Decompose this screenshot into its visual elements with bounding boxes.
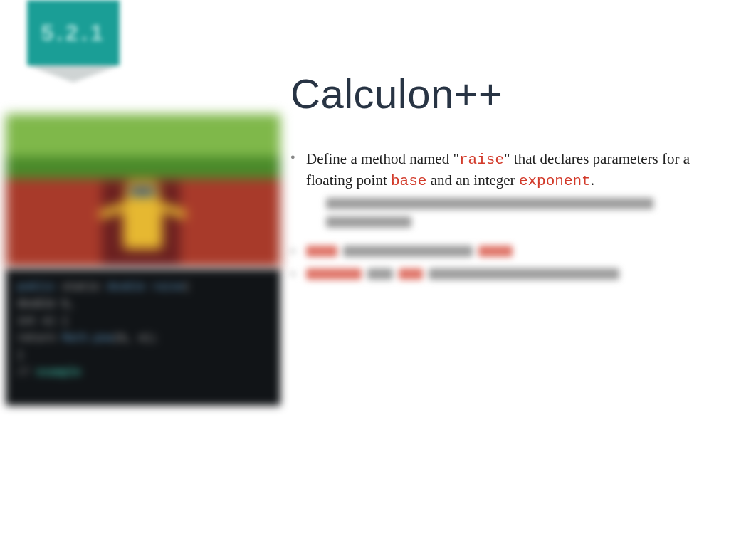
code-token: ( xyxy=(184,281,190,293)
version-badge: 5.2.1 xyxy=(27,0,120,85)
code-terminal-panel: public static double raise( double b, in… xyxy=(6,269,280,406)
instruction-item-1: Define a method named "raise" that decla… xyxy=(306,149,728,231)
code-inline-exponent: exponent xyxy=(519,173,591,189)
code-token: (b, e); xyxy=(113,332,158,344)
code-token: static xyxy=(56,281,107,293)
code-token: Math.pow xyxy=(62,332,113,344)
text-segment: and an integer xyxy=(426,172,518,189)
badge-ribbon-tail xyxy=(27,65,120,90)
main-content: Calculon++ Define a method named "raise"… xyxy=(290,70,728,289)
hidden-sub-instruction xyxy=(326,198,728,231)
instruction-list: Define a method named "raise" that decla… xyxy=(290,149,728,231)
page-title: Calculon++ xyxy=(290,70,728,117)
code-token: public xyxy=(17,281,56,293)
illustration-panel xyxy=(6,114,280,268)
code-token: example xyxy=(36,367,81,379)
code-token: double raise xyxy=(107,281,184,293)
hidden-instruction-item xyxy=(306,266,728,282)
code-inline-raise: raise xyxy=(459,152,504,168)
code-inline-base: base xyxy=(391,173,426,189)
code-token: return xyxy=(17,332,62,344)
badge-version-label: 5.2.1 xyxy=(27,0,120,65)
code-line: int e) { xyxy=(17,313,269,330)
hidden-instruction-list xyxy=(290,243,728,282)
hidden-instruction-item xyxy=(306,243,728,259)
text-segment: Define a method named " xyxy=(306,150,459,167)
code-token: // xyxy=(17,367,36,379)
code-line: } xyxy=(17,347,269,364)
text-segment: . xyxy=(591,172,594,189)
code-line: double b, xyxy=(17,296,269,313)
